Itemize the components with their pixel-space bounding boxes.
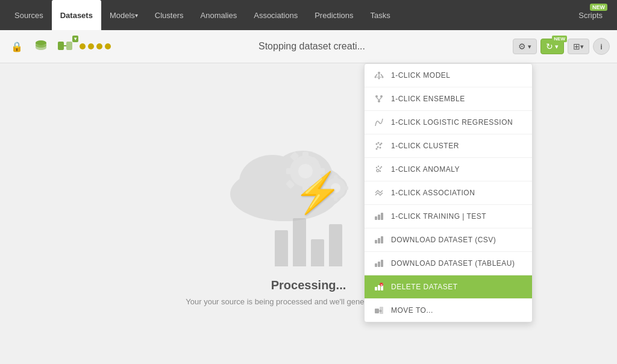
ensemble-icon <box>373 93 385 105</box>
svg-point-43 <box>376 167 377 168</box>
transform-icon[interactable]: ▾ <box>55 37 75 56</box>
menu-item-1click-training[interactable]: 1-CLICK TRAINING | TEST <box>365 205 532 228</box>
svg-rect-49 <box>375 216 377 220</box>
svg-line-34 <box>377 98 379 100</box>
refresh-new-badge: NEW <box>552 36 567 42</box>
svg-rect-52 <box>375 240 377 243</box>
nav-associations[interactable]: Associations <box>245 0 306 30</box>
svg-point-41 <box>380 147 381 149</box>
svg-point-28 <box>378 78 380 80</box>
move-icon <box>373 304 385 316</box>
svg-rect-1 <box>58 42 64 50</box>
svg-point-26 <box>375 77 377 78</box>
svg-point-33 <box>378 100 380 102</box>
svg-point-31 <box>375 95 378 98</box>
svg-rect-54 <box>381 236 383 243</box>
menu-item-move-to[interactable]: MOVE TO... <box>365 299 532 322</box>
svg-point-40 <box>377 146 379 148</box>
svg-text:✕: ✕ <box>380 283 383 287</box>
training-icon <box>373 210 385 222</box>
svg-point-27 <box>382 77 384 78</box>
cluster-icon <box>373 140 385 152</box>
anomaly-icon <box>373 163 385 175</box>
menu-item-1click-ensemble[interactable]: 1-CLICK ENSEMBLE <box>365 87 532 111</box>
svg-rect-53 <box>378 238 380 243</box>
download-csv-icon <box>373 234 385 246</box>
lightning-icon: ⚡ <box>293 170 342 242</box>
svg-rect-2 <box>66 42 72 50</box>
toolbar-title: Stopping dataset creati... <box>116 41 508 52</box>
svg-rect-51 <box>381 213 383 220</box>
refresh-button[interactable]: ↻ ▾ NEW <box>540 39 564 54</box>
nav-scripts-container: NEW Scripts <box>570 0 611 30</box>
nav-sources[interactable]: Sources <box>6 0 52 30</box>
download-tableau-icon <box>373 257 385 269</box>
progress-dots <box>80 43 111 49</box>
nav-new-badge: NEW <box>590 4 607 11</box>
svg-rect-56 <box>378 262 380 267</box>
menu-item-download-csv[interactable]: DOWNLOAD DATASET (CSV) <box>365 228 532 252</box>
svg-point-37 <box>378 142 380 144</box>
svg-rect-12 <box>286 168 293 174</box>
svg-rect-55 <box>375 263 377 267</box>
toolbar-actions: ⚙ ▾ ↻ ▾ NEW ⊞ ▾ i <box>513 38 610 55</box>
expand-button[interactable]: ⊞ ▾ <box>568 39 589 54</box>
svg-rect-64 <box>380 307 383 314</box>
svg-line-35 <box>379 98 381 100</box>
svg-point-32 <box>380 95 383 98</box>
nav-datasets[interactable]: Datasets <box>52 0 101 30</box>
main-content: ⚡ Processing... Your your source is bein… <box>0 63 617 364</box>
svg-line-24 <box>375 74 377 77</box>
svg-point-44 <box>378 166 379 167</box>
menu-item-1click-anomaly[interactable]: 1-CLICK ANOMALY <box>365 158 532 181</box>
nav-clusters[interactable]: Clusters <box>146 0 192 30</box>
top-navigation: Sources Datasets Models Clusters Anomali… <box>0 0 617 30</box>
svg-line-25 <box>381 74 383 77</box>
menu-item-1click-logistic[interactable]: 1-CLICK LOGISTIC REGRESSION <box>365 111 532 134</box>
toolbar: 🔒 ▾ Stopping dataset creati... ⚙ ▾ ↻ ▾ N… <box>0 30 617 63</box>
svg-rect-58 <box>375 287 377 290</box>
svg-rect-9 <box>302 152 308 159</box>
svg-point-42 <box>376 148 378 150</box>
menu-item-1click-cluster[interactable]: 1-CLICK CLUSTER <box>365 134 532 158</box>
dataset-icon <box>31 37 51 56</box>
svg-rect-57 <box>381 260 383 267</box>
processing-title: Processing... <box>271 278 346 292</box>
association-icon <box>373 187 385 199</box>
delete-icon: ✕ <box>373 281 385 293</box>
svg-point-45 <box>380 168 381 169</box>
gear-dropdown-button[interactable]: ⚙ ▾ <box>513 39 537 54</box>
menu-item-delete-dataset[interactable]: ✕ DELETE DATASET <box>365 275 532 299</box>
nav-predictions[interactable]: Predictions <box>306 0 362 30</box>
svg-point-48 <box>380 171 381 172</box>
nav-anomalies[interactable]: Anomalies <box>192 0 246 30</box>
nav-tasks[interactable]: Tasks <box>362 0 399 30</box>
logistic-icon <box>373 116 385 128</box>
svg-rect-21 <box>343 186 348 190</box>
svg-rect-50 <box>378 215 380 220</box>
info-button[interactable]: i <box>593 38 610 55</box>
svg-point-23 <box>378 72 380 74</box>
menu-item-1click-association[interactable]: 1-CLICK ASSOCIATION <box>365 181 532 205</box>
menu-item-download-tableau[interactable]: DOWNLOAD DATASET (TABLEAU) <box>365 252 532 275</box>
menu-item-1click-model[interactable]: 1-CLICK MODEL <box>365 64 532 87</box>
svg-point-39 <box>381 143 383 145</box>
nav-models[interactable]: Models <box>101 0 146 30</box>
svg-rect-63 <box>375 309 379 313</box>
svg-point-36 <box>376 143 378 145</box>
svg-point-47 <box>377 169 379 172</box>
lock-icon: 🔒 <box>7 37 27 56</box>
model-icon <box>373 69 385 81</box>
action-dropdown-menu: 1-CLICK MODEL 1-CLICK ENSEMBLE 1-CLICK L… <box>364 63 533 322</box>
svg-point-46 <box>381 166 382 168</box>
